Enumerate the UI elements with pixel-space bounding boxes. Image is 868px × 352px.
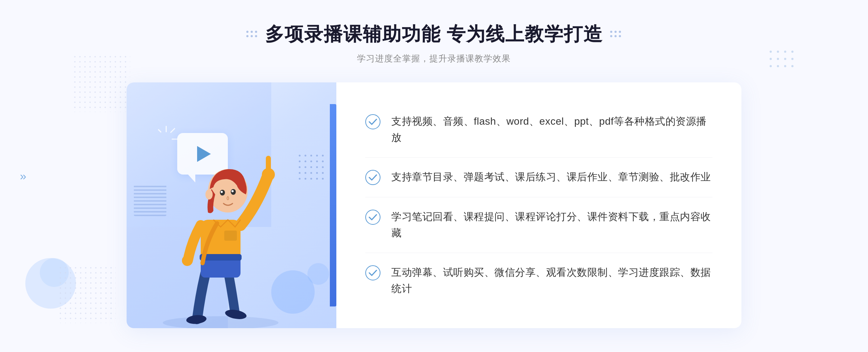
feature-item-3: 学习笔记回看、课程提问、课程评论打分、课件资料下载，重点内容收藏 bbox=[365, 202, 712, 249]
title-dots-left bbox=[246, 31, 258, 38]
page-container: » 多项录播课辅助功能 专为线上教学打造 学习进度全掌握，提升录播课教学效果 bbox=[0, 0, 868, 352]
divider-3 bbox=[365, 253, 712, 253]
svg-point-13 bbox=[231, 190, 234, 192]
feature-text-4: 互动弹幕、试听购买、微信分享、观看次数限制、学习进度跟踪、数据统计 bbox=[391, 265, 712, 297]
feature-text-2: 支持章节目录、弹题考试、课后练习、课后作业、章节测验、批改作业 bbox=[391, 169, 711, 185]
svg-point-11 bbox=[221, 191, 223, 193]
header-section: 多项录播课辅助功能 专为线上教学打造 学习进度全掌握，提升录播课教学效果 bbox=[246, 22, 622, 64]
feature-item-1: 支持视频、音频、flash、word、excel、ppt、pdf等各种格式的资源… bbox=[365, 106, 712, 153]
title-dots-right bbox=[610, 31, 622, 38]
bg-dots-right bbox=[770, 51, 796, 69]
feature-text-3: 学习笔记回看、课程提问、课程评论打分、课件资料下载，重点内容收藏 bbox=[391, 209, 712, 241]
check-icon-1 bbox=[365, 114, 380, 129]
svg-point-8 bbox=[182, 255, 193, 266]
illustration-area bbox=[127, 82, 336, 328]
title-row: 多项录播课辅助功能 专为线上教学打造 bbox=[246, 22, 622, 47]
vertical-bar bbox=[330, 104, 336, 306]
content-card: 支持视频、音频、flash、word、excel、ppt、pdf等各种格式的资源… bbox=[127, 82, 741, 328]
check-icon-3 bbox=[365, 210, 380, 225]
features-area: 支持视频、音频、flash、word、excel、ppt、pdf等各种格式的资源… bbox=[336, 82, 741, 328]
main-title: 多项录播课辅助功能 专为线上教学打造 bbox=[265, 22, 603, 47]
divider-1 bbox=[365, 157, 712, 158]
chevron-left-icon: » bbox=[20, 169, 26, 183]
check-icon-2 bbox=[365, 170, 380, 185]
feature-item-4: 互动弹幕、试听购买、微信分享、观看次数限制、学习进度跟踪、数据统计 bbox=[365, 257, 712, 304]
feature-text-1: 支持视频、音频、flash、word、excel、ppt、pdf等各种格式的资源… bbox=[391, 113, 712, 146]
divider-2 bbox=[365, 197, 712, 197]
sub-title: 学习进度全掌握，提升录播课教学效果 bbox=[246, 53, 622, 64]
dots-pattern-left-top bbox=[72, 54, 130, 112]
feature-item-2: 支持章节目录、弹题考试、课后练习、课后作业、章节测验、批改作业 bbox=[365, 162, 712, 193]
svg-point-0 bbox=[163, 316, 278, 328]
svg-point-14 bbox=[205, 189, 213, 199]
check-icon-4 bbox=[365, 265, 380, 280]
illus-dots bbox=[299, 155, 326, 181]
illus-circle-small bbox=[307, 263, 329, 285]
dots-pattern-left-bottom bbox=[58, 265, 116, 323]
svg-rect-15 bbox=[224, 231, 237, 241]
